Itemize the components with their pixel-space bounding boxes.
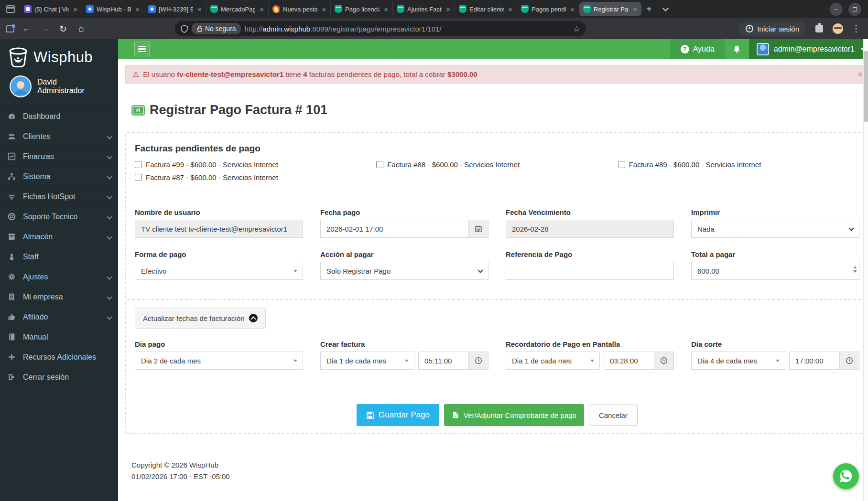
browser-tab[interactable]: Pago licencia-p × (331, 1, 393, 17)
tab-list-chevron-icon[interactable] (662, 5, 669, 11)
browser-menu-icon[interactable] (850, 23, 862, 34)
window-stack-icon[interactable] (6, 5, 15, 13)
sidebar-item-clientes[interactable]: Clientes (0, 127, 118, 147)
forward-button[interactable] (39, 23, 51, 34)
alert-close-button[interactable]: × (857, 70, 863, 79)
whatsapp-button[interactable] (833, 463, 859, 489)
number-spinner[interactable] (853, 266, 857, 273)
reminder-time-input[interactable] (604, 352, 654, 370)
browser-tab[interactable]: [WH-3239] Erro × (144, 1, 206, 17)
minimize-button[interactable]: – (830, 3, 843, 16)
sidebar-item-fichas-hotspot[interactable]: Fichas HotSpot (0, 187, 118, 207)
help-button[interactable]: ? Ayuda (670, 39, 725, 59)
tab-close-icon[interactable]: × (196, 5, 203, 13)
tab-close-icon[interactable]: × (134, 5, 141, 13)
tab-close-icon[interactable]: × (382, 5, 390, 13)
invoice-checkbox-item[interactable]: Factura #88 - $600.00 - Servicios Intern… (376, 160, 618, 169)
attach-receipt-button[interactable]: Ver/Adjuntar Comprobante de pago (444, 404, 584, 426)
browser-tab[interactable]: Pagos pendien × (517, 1, 579, 17)
sidebar-item-soporte-tecnico[interactable]: Soporte Tecnico (0, 207, 118, 227)
payment-date-input[interactable] (320, 220, 468, 238)
browser-tab[interactable]: Editar cliente - × (455, 1, 517, 17)
browser-avatar[interactable] (833, 23, 843, 34)
invoice-checkbox-item[interactable]: Factura #89 - $600.00 - Servicios Intern… (618, 160, 859, 169)
sidebar-item-staff[interactable]: Staff (0, 247, 118, 267)
url-text[interactable]: http://admin.wisphub:8089/registrar/pago… (245, 25, 569, 33)
invoice-checkbox[interactable] (135, 174, 142, 181)
sidebar-item-finanzas[interactable]: Finanzas (0, 147, 118, 167)
tab-close-icon[interactable]: × (258, 5, 265, 13)
total-input[interactable] (691, 262, 859, 280)
invoice-checkbox-item[interactable]: Factura #99 - $600.00 - Servicios Intern… (135, 160, 376, 169)
bookmark-star-icon[interactable] (573, 24, 580, 34)
sidebar-item-ajustes[interactable]: Ajustes (0, 267, 118, 287)
sidebar-item-almacen[interactable]: Almacén (0, 227, 118, 247)
payment-method-select[interactable]: Efectivo (135, 262, 303, 280)
calendar-addon[interactable] (468, 220, 488, 238)
tab-close-icon[interactable]: × (445, 5, 452, 13)
new-tab-button[interactable]: + (641, 4, 657, 15)
invoice-label[interactable]: Factura #89 - $600.00 - Servicios Intern… (629, 160, 761, 169)
print-select[interactable]: Nada (691, 220, 859, 238)
clock-addon[interactable] (839, 352, 859, 370)
cut-day-time-input[interactable] (789, 352, 839, 370)
tab-close-icon[interactable]: × (507, 5, 514, 13)
account-menu[interactable]: admin@empresavictor1 (749, 39, 868, 59)
sidebar-item-cerrar-sesion[interactable]: Cerrar sesión (0, 367, 118, 387)
tab-close-icon[interactable]: × (320, 5, 327, 13)
invoice-checkbox[interactable] (376, 161, 383, 168)
create-invoice-time-input[interactable] (418, 352, 468, 370)
sidebar-item-mi-empresa[interactable]: Mi empresa (0, 287, 118, 307)
security-badge[interactable]: No segura (192, 23, 241, 34)
sidebar-toggle-button[interactable] (134, 42, 150, 56)
notifications-button[interactable] (725, 39, 749, 59)
pay-day-select[interactable]: Dia 2 de cada mes (135, 352, 303, 370)
invoice-checkbox-item[interactable]: Factura #87 - $600.00 - Servicios Intern… (135, 173, 376, 181)
sidebar-item-afiliado[interactable]: Afiliado (0, 307, 118, 327)
reload-button[interactable] (57, 23, 69, 34)
browser-tab-active[interactable]: Registrar Pago × (579, 2, 641, 16)
scrollbar-thumb[interactable] (864, 51, 868, 122)
tab-close-icon[interactable]: × (569, 5, 576, 13)
invoice-checkbox[interactable] (618, 161, 625, 168)
home-button[interactable] (76, 23, 87, 34)
page-scrollbar[interactable] (863, 39, 868, 501)
reference-input[interactable] (506, 262, 674, 280)
create-invoice-day-select[interactable]: Dia 1 de cada mes (320, 352, 414, 370)
invoice-label[interactable]: Factura #99 - $600.00 - Servicios Intern… (146, 160, 278, 169)
sidebar-item-recursos-adicionales[interactable]: Recursos Adicionales (0, 347, 118, 367)
clock-addon[interactable] (468, 352, 488, 370)
tab-close-icon[interactable]: × (631, 5, 639, 13)
maximize-button[interactable] (848, 3, 861, 16)
update-billing-dates-button[interactable]: Actualizar fechas de facturación (135, 308, 266, 329)
due-date-input[interactable] (506, 220, 674, 238)
invoice-label[interactable]: Factura #88 - $600.00 - Servicios Intern… (387, 160, 520, 169)
browser-tab[interactable]: Ajustes Factura × (393, 1, 455, 17)
back-button[interactable] (21, 23, 33, 34)
browser-tab[interactable]: WispHub - Back × (82, 1, 144, 17)
cut-day-select[interactable]: Dia 4 de cada mes (691, 352, 785, 370)
save-payment-button[interactable]: Guardar Pago (357, 404, 439, 426)
tab-close-icon[interactable]: × (72, 5, 79, 13)
invoice-checkbox[interactable] (135, 161, 142, 168)
clock-addon[interactable] (654, 352, 674, 370)
reminder-day-select[interactable]: Dia 1 de cada mes (506, 352, 600, 370)
field-total: Total a pagar (691, 250, 859, 280)
brand[interactable]: Wisphub (0, 39, 118, 71)
invoice-label[interactable]: Factura #87 - $600.00 - Servicios Intern… (146, 173, 278, 181)
username-input[interactable] (135, 220, 303, 238)
browser-tab[interactable]: (5) Chat | Victo × (20, 1, 82, 17)
browser-window-icon[interactable] (6, 25, 14, 32)
sidebar-user-panel[interactable]: David Administrador (0, 71, 118, 107)
sidebar-item-sistema[interactable]: Sistema (0, 167, 118, 187)
browser-signin-button[interactable]: Iniciar sesión (739, 21, 806, 36)
address-bar[interactable]: No segura http://admin.wisphub:8089/regi… (175, 21, 586, 36)
pay-action-select[interactable]: Solo Registrar Pago (320, 262, 488, 280)
extensions-icon[interactable] (815, 25, 823, 32)
browser-tab[interactable]: Nueva pestaña × (269, 1, 331, 17)
shield-icon[interactable] (181, 25, 188, 33)
browser-tab[interactable]: MercadoPago - × (206, 1, 269, 17)
cancel-button[interactable]: Cancelar (589, 405, 638, 426)
sidebar-item-manual[interactable]: Manual (0, 327, 118, 347)
sidebar-item-dashboard[interactable]: Dashboard (0, 107, 118, 127)
